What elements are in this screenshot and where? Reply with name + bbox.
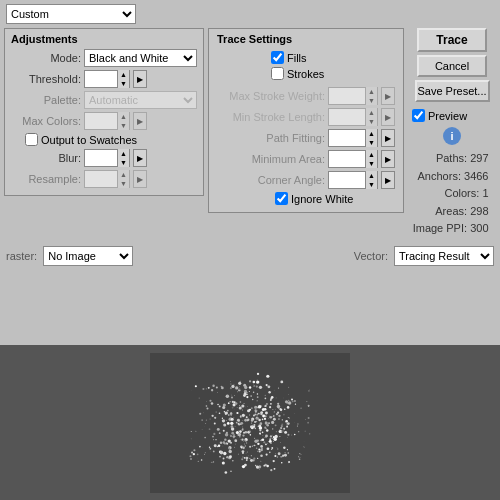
max-stroke-arrow[interactable]: ▶ [381,87,395,105]
adjustments-title: Adjustments [11,33,197,45]
max-colors-spinner-btns: ▲ ▼ [117,112,129,130]
path-fitting-label: Path Fitting: [217,132,325,144]
corner-angle-down[interactable]: ▼ [366,180,377,189]
path-fitting-up[interactable]: ▲ [366,129,377,138]
corner-angle-arrow[interactable]: ▶ [381,171,395,189]
colors-stat: Colors: 1 [410,185,489,203]
corner-angle-row: Corner Angle: 20 ▲ ▼ ▶ [217,171,395,189]
min-stroke-arrow[interactable]: ▶ [381,108,395,126]
preview-area [0,345,500,500]
blur-arrow[interactable]: ▶ [133,149,147,167]
fills-row: Fills [271,51,395,64]
blur-row: Blur: 0 px ▲ ▼ ▶ [11,149,197,167]
path-fitting-arrow[interactable]: ▶ [381,129,395,147]
palette-select[interactable]: Automatic [84,91,197,109]
corner-angle-btns: ▲ ▼ [365,171,377,189]
path-fitting-down[interactable]: ▼ [366,138,377,147]
output-swatches-row: Output to Swatches [25,133,197,146]
cancel-button[interactable]: Cancel [417,55,487,77]
blur-input[interactable]: 0 px [85,150,117,166]
output-swatches-label: Output to Swatches [41,134,137,146]
min-area-arrow[interactable]: ▶ [381,150,395,168]
ppi-stat: Image PPI: 300 [410,220,489,238]
adjustments-box: Adjustments Mode: Black and White Thresh… [4,28,204,196]
blur-spinner-btns: ▲ ▼ [117,149,129,167]
min-stroke-btns: ▲ ▼ [365,108,377,126]
min-area-input[interactable]: 10 px [329,151,365,167]
min-stroke-row: Min Stroke Length: 20 px ▲ ▼ ▶ [217,108,395,126]
max-colors-down[interactable]: ▼ [118,121,129,130]
raster-select[interactable]: No Image [43,246,133,266]
trace-settings-box: Trace Settings Fills Strokes Max Stroke … [208,28,404,213]
threshold-label: Threshold: [11,73,81,85]
max-colors-row: Max Colors: 6 ▲ ▼ ▶ [11,112,197,130]
path-fitting-input[interactable]: 2 px [329,130,365,146]
resample-input[interactable]: 300 px [85,171,117,187]
min-area-down[interactable]: ▼ [366,159,377,168]
resample-arrow[interactable]: ▶ [133,170,147,188]
info-icon: i [443,127,461,145]
threshold-arrow[interactable]: ▶ [133,70,147,88]
areas-value: 298 [470,205,488,217]
resample-label: Resample: [11,173,81,185]
corner-angle-spinner: 20 ▲ ▼ [328,171,378,189]
min-area-up[interactable]: ▲ [366,150,377,159]
output-swatches-checkbox[interactable] [25,133,38,146]
corner-angle-up[interactable]: ▲ [366,171,377,180]
fills-checkbox[interactable] [271,51,284,64]
resample-up[interactable]: ▲ [118,170,129,179]
min-area-btns: ▲ ▼ [365,150,377,168]
anchors-value: 3466 [464,170,488,182]
trace-button[interactable]: Trace [417,28,487,52]
areas-label: Areas: [435,205,467,217]
max-colors-up[interactable]: ▲ [118,112,129,121]
blur-down[interactable]: ▼ [118,158,129,167]
min-stroke-input[interactable]: 20 px [329,109,365,125]
ignore-white-checkbox[interactable] [275,192,288,205]
preview-label: Preview [428,110,467,122]
save-preset-button[interactable]: Save Preset... [415,80,490,102]
paths-stat: Paths: 297 [410,150,489,168]
min-stroke-down[interactable]: ▼ [366,117,377,126]
main-container: Custom Adjustments Mode: Black and White… [0,0,500,500]
vector-label: Vector: [354,250,388,262]
blur-label: Blur: [11,152,81,164]
colors-label: Colors: [444,187,479,199]
min-stroke-up[interactable]: ▲ [366,108,377,117]
max-colors-input[interactable]: 6 [85,113,117,129]
threshold-down[interactable]: ▼ [118,79,129,88]
resample-row: Resample: 300 px ▲ ▼ ▶ [11,170,197,188]
max-stroke-input[interactable]: 10 px [329,88,365,104]
content-area: Adjustments Mode: Black and White Thresh… [0,28,500,238]
max-stroke-up[interactable]: ▲ [366,87,377,96]
max-colors-spinner: 6 ▲ ▼ [84,112,130,130]
blur-up[interactable]: ▲ [118,149,129,158]
min-area-row: Minimum Area: 10 px ▲ ▼ ▶ [217,150,395,168]
blur-spinner: 0 px ▲ ▼ [84,149,130,167]
left-panel: Adjustments Mode: Black and White Thresh… [4,28,204,238]
max-stroke-btns: ▲ ▼ [365,87,377,105]
max-colors-arrow[interactable]: ▶ [133,112,147,130]
vector-select[interactable]: Tracing Result [394,246,494,266]
threshold-input[interactable]: 201 [85,71,117,87]
middle-panel: Trace Settings Fills Strokes Max Stroke … [208,28,404,238]
preview-row: Preview [412,109,492,122]
bottom-bar: raster: No Image Vector: Tracing Result [0,242,500,270]
max-stroke-label: Max Stroke Weight: [217,90,325,102]
ppi-value: 300 [470,222,488,234]
preview-checkbox[interactable] [412,109,425,122]
threshold-up[interactable]: ▲ [118,70,129,79]
mode-select[interactable]: Black and White [84,49,197,67]
corner-angle-input[interactable]: 20 [329,172,365,188]
top-bar: Custom [0,0,500,28]
resample-down[interactable]: ▼ [118,179,129,188]
stats-area: Paths: 297 Anchors: 3466 Colors: 1 Areas… [410,150,495,238]
strokes-checkbox[interactable] [271,67,284,80]
max-stroke-down[interactable]: ▼ [366,96,377,105]
preset-select[interactable]: Custom [6,4,136,24]
colors-value: 1 [482,187,488,199]
ignore-white-row: Ignore White [275,192,395,205]
areas-stat: Areas: 298 [410,203,489,221]
raster-label: raster: [6,250,37,262]
ppi-label: Image PPI: [413,222,467,234]
